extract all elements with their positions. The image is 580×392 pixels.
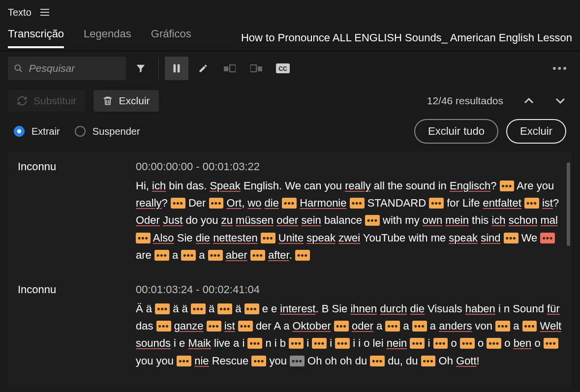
word[interactable] — [235, 320, 238, 332]
transcript-area[interactable]: Inconnu00:00:00:00 - 00:01:03:22Hi, ich … — [0, 147, 580, 388]
pause-chip[interactable]: ••• — [208, 250, 223, 261]
pause-chip[interactable]: ••• — [191, 303, 206, 314]
pause-chip[interactable]: ••• — [495, 321, 510, 332]
low-confidence-word[interactable]: speak — [449, 232, 478, 244]
pause-chip[interactable]: ••• — [412, 321, 427, 332]
low-confidence-word[interactable]: für — [547, 302, 560, 315]
word[interactable]: do you — [183, 214, 221, 226]
word[interactable]: von — [472, 320, 495, 332]
word[interactable]: this — [469, 214, 491, 226]
delete-all-button[interactable]: Excluir tudo — [414, 119, 498, 144]
tab-captions[interactable]: Legendas — [84, 28, 131, 48]
pause-chip[interactable]: ••• — [421, 356, 436, 366]
low-confidence-word[interactable]: Unite — [278, 232, 304, 244]
low-confidence-word[interactable]: ben — [514, 337, 532, 349]
pause-chip[interactable]: ••• — [154, 250, 169, 261]
pause-chip[interactable]: ••• — [334, 321, 349, 332]
word[interactable]: for Life — [444, 197, 483, 209]
transcript-segment[interactable]: Inconnu00:00:00:00 - 00:01:03:22Hi, ich … — [18, 160, 562, 264]
low-confidence-word[interactable]: ganze — [174, 320, 204, 332]
word[interactable]: bin das. — [166, 180, 210, 192]
word[interactable]: a — [427, 320, 439, 332]
pause-chip[interactable]: ••• — [250, 250, 265, 261]
tab-graphics[interactable]: Gráficos — [151, 28, 191, 48]
low-confidence-word[interactable]: müssen — [236, 214, 274, 226]
delete-button[interactable]: Excluir — [93, 90, 159, 112]
low-confidence-word[interactable]: sind — [481, 232, 500, 244]
low-confidence-word[interactable]: wo — [247, 197, 261, 209]
pause-chip[interactable]: ••• — [181, 250, 196, 261]
low-confidence-word[interactable]: sounds — [136, 337, 171, 349]
low-confidence-word[interactable]: Gott — [456, 355, 477, 367]
word[interactable] — [501, 232, 504, 244]
low-confidence-word[interactable]: zwei — [338, 232, 360, 244]
pause-chip[interactable]: ••• — [217, 303, 232, 314]
word[interactable]: all the sound in — [371, 180, 450, 192]
pause-chip[interactable]: ••• — [290, 356, 305, 366]
word[interactable]: ? — [490, 180, 499, 192]
word[interactable]: o — [475, 337, 487, 349]
word[interactable]: i — [304, 337, 312, 349]
low-confidence-word[interactable]: mein — [445, 214, 469, 226]
word[interactable]: Visuals — [425, 302, 465, 315]
pause-chip[interactable]: ••• — [244, 303, 259, 314]
pause-chip[interactable]: ••• — [177, 356, 191, 366]
word[interactable]: , — [242, 197, 247, 209]
word[interactable]: balance — [321, 214, 365, 226]
word[interactable]: ä ä — [170, 302, 191, 315]
pause-chip[interactable]: ••• — [247, 338, 262, 349]
word[interactable]: i e — [171, 337, 188, 349]
low-confidence-word[interactable]: ich — [491, 214, 505, 226]
pause-chip[interactable]: ••• — [295, 250, 310, 261]
word[interactable]: English. We can you — [241, 180, 345, 192]
pause-chip[interactable]: ••• — [365, 215, 380, 226]
low-confidence-word[interactable]: schon — [509, 214, 538, 226]
word[interactable]: Rescue — [209, 355, 252, 367]
pause-chip[interactable]: ••• — [487, 338, 501, 349]
low-confidence-word[interactable]: mal — [541, 214, 558, 226]
low-confidence-word[interactable]: durch — [380, 302, 407, 315]
low-confidence-word[interactable]: Oder — [136, 214, 160, 226]
pause-chip[interactable]: ••• — [156, 321, 171, 332]
word[interactable]: ! — [477, 355, 480, 367]
word[interactable]: We — [519, 232, 541, 244]
transcript-text[interactable]: Ä ä ••• ä ä ••• ä ••• ä ••• e e interest… — [136, 300, 562, 369]
word[interactable]: STANDARD — [365, 197, 429, 209]
pause-chip[interactable]: ••• — [207, 321, 221, 332]
word[interactable]: a — [400, 320, 412, 332]
low-confidence-word[interactable]: die — [196, 232, 210, 244]
low-confidence-word[interactable]: anders — [439, 320, 472, 332]
low-confidence-word[interactable]: really — [345, 180, 371, 192]
low-confidence-word[interactable]: Just — [163, 214, 183, 226]
word[interactable]: e e — [259, 302, 280, 315]
low-confidence-word[interactable]: Harmonie — [300, 197, 346, 209]
pause-chip[interactable]: ••• — [504, 233, 519, 243]
tab-transcription[interactable]: Transcrição — [8, 28, 64, 48]
word[interactable]: o — [501, 337, 513, 349]
word[interactable]: Are you — [514, 180, 554, 192]
word[interactable] — [258, 232, 261, 244]
word[interactable]: . — [289, 249, 295, 261]
pause-markers-button[interactable] — [165, 57, 188, 80]
low-confidence-word[interactable]: die — [410, 302, 425, 315]
word[interactable]: ä — [206, 302, 217, 315]
word[interactable]: i — [327, 337, 335, 349]
panel-menu-icon[interactable] — [40, 9, 49, 16]
low-confidence-word[interactable]: oder — [352, 320, 373, 332]
low-confidence-word[interactable]: oder — [276, 214, 298, 226]
search-input[interactable] — [29, 62, 120, 74]
pause-chip[interactable]: ••• — [429, 198, 444, 209]
pause-chip[interactable]: ••• — [433, 338, 448, 349]
pause-chip[interactable]: ••• — [460, 338, 475, 349]
insert-before-button[interactable] — [218, 57, 242, 80]
word[interactable]: n i b — [262, 337, 289, 349]
low-confidence-word[interactable]: Speak — [210, 180, 240, 192]
scrollbar[interactable] — [567, 162, 570, 246]
low-confidence-word[interactable]: ist — [542, 197, 553, 209]
word[interactable]: you you — [136, 355, 177, 367]
word[interactable] — [204, 320, 207, 332]
word[interactable]: ? — [162, 197, 171, 209]
low-confidence-word[interactable]: ihnen — [350, 302, 377, 315]
word[interactable] — [347, 197, 350, 209]
pause-chip[interactable]: ••• — [350, 198, 365, 209]
